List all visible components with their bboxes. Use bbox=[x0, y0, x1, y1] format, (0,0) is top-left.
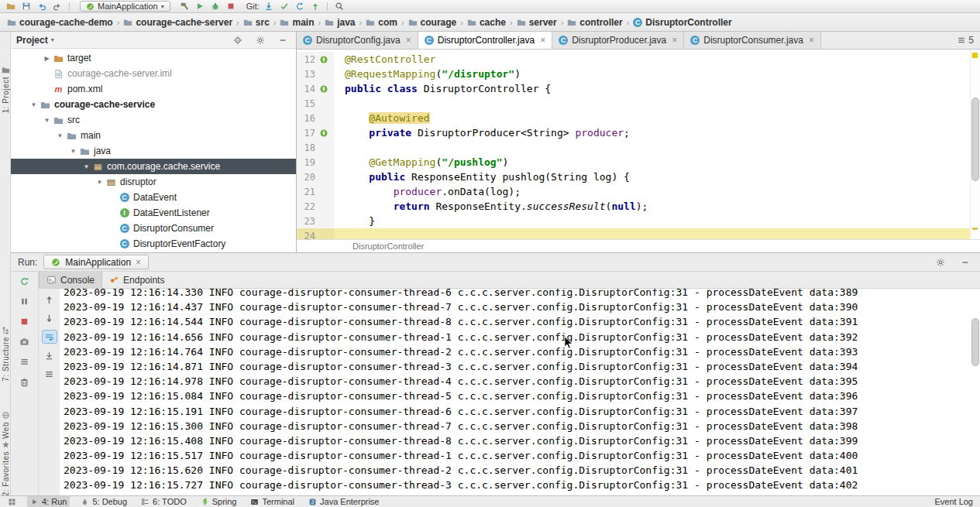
stop-button[interactable] bbox=[17, 314, 33, 328]
close-icon[interactable]: × bbox=[406, 35, 411, 46]
console-output[interactable]: 2023-09-19 12:16:14.330 INFO courage-dis… bbox=[60, 289, 980, 495]
arrow-up-button[interactable] bbox=[42, 293, 57, 307]
code-line[interactable]: 20 public ResponseEntity pushlog(String … bbox=[297, 170, 980, 184]
open-project-button[interactable] bbox=[3, 1, 19, 12]
breadcrumb-item[interactable]: server bbox=[516, 17, 558, 28]
chevron-down-icon[interactable]: ▾ bbox=[51, 36, 54, 43]
tree-item[interactable]: courage-cache-server.iml bbox=[11, 66, 296, 81]
status-bar-item[interactable]: 6: TODO bbox=[138, 496, 190, 507]
minus-button[interactable] bbox=[958, 256, 973, 268]
tree-item[interactable]: ▼main bbox=[11, 128, 296, 143]
code-line[interactable]: 18 bbox=[297, 140, 980, 155]
chevron-down-icon[interactable]: ▼ bbox=[42, 117, 52, 124]
build-button[interactable] bbox=[177, 1, 192, 12]
code-line[interactable]: 12@RestController bbox=[297, 52, 980, 67]
code-line[interactable]: 22 return ResponseEntity.successResult(n… bbox=[297, 199, 980, 214]
breadcrumb-item[interactable]: cache bbox=[466, 17, 507, 28]
code-editor[interactable]: 12@RestController13@RequestMapping("/dis… bbox=[297, 50, 980, 239]
breadcrumb-item[interactable]: CDisruptorController bbox=[632, 17, 732, 28]
stop-button[interactable] bbox=[223, 1, 239, 12]
tree-item[interactable]: ▼java bbox=[11, 143, 296, 159]
run-config-tab[interactable]: MainApplication × bbox=[43, 255, 149, 269]
tree-item[interactable]: ▼disruptor bbox=[11, 174, 296, 190]
tree-item[interactable]: mpom.xml bbox=[11, 81, 296, 97]
scroll-end-button[interactable] bbox=[42, 348, 57, 362]
rerun-button[interactable] bbox=[17, 274, 33, 288]
spring-bean-icon[interactable] bbox=[315, 84, 332, 94]
git-rollback-button[interactable] bbox=[292, 1, 308, 12]
tool-window-button[interactable]: 1: Project bbox=[0, 66, 11, 113]
minus-button[interactable] bbox=[275, 34, 291, 46]
editor-tab[interactable]: CDisruptorConfig.java× bbox=[297, 32, 418, 49]
editor-breadcrumb-item[interactable]: DisruptorController bbox=[352, 242, 424, 251]
status-bar-item[interactable]: Terminal bbox=[247, 496, 297, 507]
code-line[interactable]: 16 @Autowired bbox=[297, 111, 980, 125]
breadcrumb-item[interactable]: courage-cache-demo bbox=[6, 17, 114, 28]
tree-item[interactable]: CDataEvent bbox=[11, 190, 296, 205]
status-bar-item[interactable]: Spring bbox=[198, 496, 240, 507]
tool-window-button[interactable]: 2: Favorites bbox=[0, 440, 11, 496]
breadcrumb-item[interactable]: java bbox=[324, 17, 356, 28]
editor-tab[interactable]: CDisruptorProducer.java× bbox=[552, 32, 684, 49]
close-icon[interactable]: × bbox=[809, 35, 814, 46]
inspection-indicator[interactable] bbox=[972, 53, 978, 58]
code-line[interactable]: 14public class DisruptorController { bbox=[297, 81, 980, 96]
editor-tab[interactable]: CDisruptorController.java× bbox=[418, 32, 552, 49]
gear-button[interactable] bbox=[933, 256, 948, 268]
breadcrumb-item[interactable]: courage-cache-server bbox=[122, 17, 233, 28]
spring-bean-icon[interactable] bbox=[315, 55, 332, 64]
git-push-button[interactable] bbox=[308, 1, 323, 12]
code-line[interactable]: 21 producer.onData(log); bbox=[297, 184, 980, 199]
tree-item[interactable]: CDisruptorEventFactory bbox=[11, 236, 296, 252]
redo-button[interactable] bbox=[50, 1, 65, 12]
close-icon[interactable]: × bbox=[672, 35, 677, 46]
console-tab[interactable]: Console bbox=[39, 272, 102, 288]
hidden-tabs-indicator[interactable]: 5 bbox=[957, 32, 980, 49]
chevron-down-icon[interactable]: ▼ bbox=[81, 163, 91, 170]
code-line[interactable]: 17 private DisruptorProducer<String> pro… bbox=[297, 125, 980, 140]
tree-item[interactable]: ▼com.courage.cache.service bbox=[11, 159, 296, 174]
run-config-selector[interactable]: MainApplication ▾ bbox=[80, 1, 170, 12]
run-button[interactable] bbox=[192, 1, 208, 12]
tool-window-button[interactable]: 7: Structure bbox=[0, 326, 11, 382]
code-line[interactable]: 23 } bbox=[297, 214, 980, 228]
status-bar-item[interactable]: 4: Run bbox=[27, 496, 70, 507]
code-line[interactable]: 15 bbox=[297, 96, 980, 111]
spring-bean-icon[interactable] bbox=[315, 128, 332, 138]
breadcrumb-item[interactable]: controller bbox=[566, 17, 623, 28]
hamburger-button[interactable] bbox=[17, 355, 33, 368]
git-commit-button[interactable] bbox=[277, 1, 292, 12]
status-bar-item[interactable]: JJava Enterprise bbox=[305, 496, 382, 507]
breadcrumb-item[interactable]: main bbox=[279, 17, 315, 28]
git-update-button[interactable] bbox=[261, 1, 277, 12]
chevron-down-icon[interactable]: ▼ bbox=[95, 179, 105, 186]
code-line[interactable]: 13@RequestMapping("/disruptor") bbox=[297, 67, 980, 81]
chevron-right-icon[interactable]: ▶ bbox=[42, 55, 52, 62]
gear-button[interactable] bbox=[253, 34, 268, 46]
tree-item[interactable]: ▶target bbox=[11, 50, 296, 66]
chevron-down-icon[interactable]: ▼ bbox=[68, 148, 78, 155]
tree-item[interactable]: IDataEventListener bbox=[11, 205, 296, 221]
tool-window-button[interactable]: Web bbox=[0, 411, 11, 439]
locate-button[interactable] bbox=[230, 34, 246, 46]
event-log-button[interactable]: Event Log bbox=[930, 497, 976, 506]
debug-button[interactable] bbox=[208, 1, 223, 12]
console-scrollbar-track[interactable] bbox=[971, 289, 980, 495]
hamburger-button[interactable] bbox=[42, 367, 57, 381]
stripe-mark-caret[interactable] bbox=[972, 228, 978, 230]
softwrap-button[interactable] bbox=[42, 330, 57, 344]
close-icon[interactable]: × bbox=[540, 35, 545, 46]
trash-button[interactable] bbox=[17, 375, 33, 389]
tree-item[interactable]: CDisruptorConsumer bbox=[11, 221, 296, 236]
chevron-down-icon[interactable]: ▼ bbox=[55, 132, 65, 139]
breadcrumb-item[interactable]: src bbox=[242, 17, 270, 28]
chevron-down-icon[interactable]: ▼ bbox=[29, 101, 39, 108]
close-icon[interactable]: × bbox=[136, 257, 141, 268]
breadcrumb-item[interactable]: courage bbox=[407, 17, 458, 28]
arrow-down-button[interactable] bbox=[42, 311, 57, 325]
search-button[interactable] bbox=[332, 1, 347, 12]
editor-tab[interactable]: CDisruptorConsumer.java× bbox=[684, 32, 821, 49]
pause-button[interactable] bbox=[17, 294, 33, 308]
code-line[interactable]: 24 bbox=[297, 228, 980, 239]
tool-window-switcher-button[interactable] bbox=[4, 496, 19, 507]
